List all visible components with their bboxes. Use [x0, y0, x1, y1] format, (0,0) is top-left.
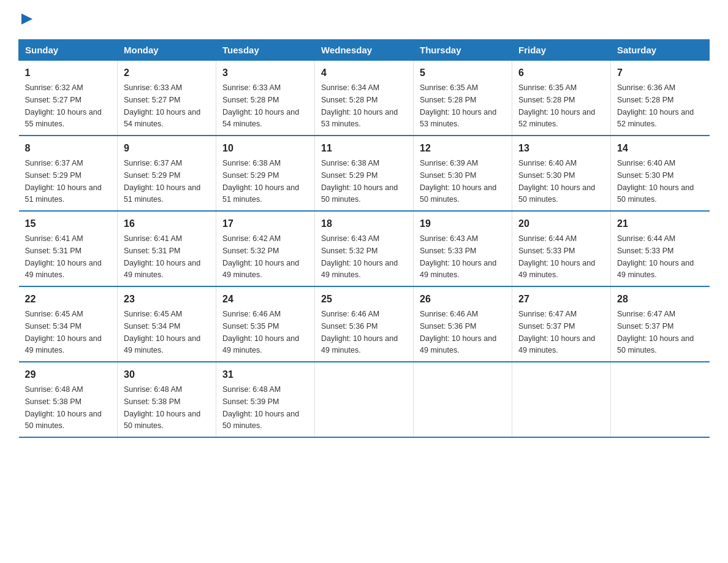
calendar-cell: 31Sunrise: 6:48 AMSunset: 5:39 PMDayligh…	[216, 362, 315, 437]
day-daylight: Daylight: 10 hours and 49 minutes.	[518, 259, 595, 280]
day-sunrise: Sunrise: 6:47 AM	[518, 310, 577, 318]
day-sunset: Sunset: 5:36 PM	[321, 322, 377, 331]
calendar-cell: 2Sunrise: 6:33 AMSunset: 5:27 PMDaylight…	[118, 61, 216, 136]
day-daylight: Daylight: 10 hours and 51 minutes.	[25, 183, 102, 204]
day-daylight: Daylight: 10 hours and 50 minutes.	[420, 183, 496, 204]
header-thursday: Thursday	[414, 40, 512, 61]
day-number: 10	[222, 141, 308, 156]
day-sunset: Sunset: 5:27 PM	[25, 96, 82, 104]
day-sunrise: Sunrise: 6:43 AM	[420, 234, 478, 243]
day-sunset: Sunset: 5:28 PM	[222, 96, 279, 104]
day-sunset: Sunset: 5:37 PM	[617, 322, 673, 331]
calendar-cell: 29Sunrise: 6:48 AMSunset: 5:38 PMDayligh…	[19, 362, 118, 437]
day-sunrise: Sunrise: 6:47 AM	[617, 310, 675, 318]
day-daylight: Daylight: 10 hours and 52 minutes.	[518, 108, 595, 129]
day-sunset: Sunset: 5:38 PM	[25, 397, 82, 406]
day-daylight: Daylight: 10 hours and 49 minutes.	[420, 334, 496, 355]
calendar-cell: 27Sunrise: 6:47 AMSunset: 5:37 PMDayligh…	[512, 286, 611, 362]
day-daylight: Daylight: 10 hours and 50 minutes.	[222, 410, 299, 431]
day-sunrise: Sunrise: 6:37 AM	[25, 159, 83, 167]
svg-marker-0	[21, 13, 32, 25]
calendar-week-row: 1Sunrise: 6:32 AMSunset: 5:27 PMDaylight…	[19, 61, 710, 136]
day-daylight: Daylight: 10 hours and 53 minutes.	[321, 108, 398, 129]
calendar-cell: 5Sunrise: 6:35 AMSunset: 5:28 PMDaylight…	[414, 61, 512, 136]
calendar-cell: 26Sunrise: 6:46 AMSunset: 5:36 PMDayligh…	[414, 286, 512, 362]
day-sunrise: Sunrise: 6:46 AM	[420, 310, 478, 318]
day-daylight: Daylight: 10 hours and 55 minutes.	[25, 108, 102, 129]
day-sunrise: Sunrise: 6:41 AM	[124, 234, 182, 243]
day-sunrise: Sunrise: 6:36 AM	[617, 83, 675, 92]
day-sunrise: Sunrise: 6:45 AM	[124, 310, 182, 318]
day-daylight: Daylight: 10 hours and 50 minutes.	[617, 183, 694, 204]
calendar-cell: 11Sunrise: 6:38 AMSunset: 5:29 PMDayligh…	[315, 136, 414, 211]
day-daylight: Daylight: 10 hours and 49 minutes.	[321, 259, 398, 280]
day-number: 30	[124, 367, 210, 382]
calendar-cell: 19Sunrise: 6:43 AMSunset: 5:33 PMDayligh…	[414, 211, 512, 286]
calendar-cell: 30Sunrise: 6:48 AMSunset: 5:38 PMDayligh…	[118, 362, 216, 437]
calendar-cell: 10Sunrise: 6:38 AMSunset: 5:29 PMDayligh…	[216, 136, 315, 211]
day-sunset: Sunset: 5:33 PM	[420, 247, 476, 255]
day-sunrise: Sunrise: 6:46 AM	[222, 310, 281, 318]
logo-arrow-icon	[20, 12, 34, 26]
day-daylight: Daylight: 10 hours and 49 minutes.	[222, 334, 299, 355]
day-daylight: Daylight: 10 hours and 49 minutes.	[420, 259, 496, 280]
calendar-cell	[512, 362, 611, 437]
day-sunrise: Sunrise: 6:42 AM	[222, 234, 281, 243]
day-number: 14	[617, 141, 703, 156]
day-sunset: Sunset: 5:34 PM	[124, 322, 180, 331]
day-sunset: Sunset: 5:36 PM	[420, 322, 476, 331]
calendar-cell: 9Sunrise: 6:37 AMSunset: 5:29 PMDaylight…	[118, 136, 216, 211]
day-daylight: Daylight: 10 hours and 49 minutes.	[321, 334, 398, 355]
day-sunrise: Sunrise: 6:41 AM	[25, 234, 83, 243]
calendar-cell	[611, 362, 710, 437]
day-daylight: Daylight: 10 hours and 54 minutes.	[222, 108, 299, 129]
logo	[18, 12, 34, 28]
day-number: 21	[617, 216, 703, 231]
day-number: 3	[222, 66, 308, 80]
day-daylight: Daylight: 10 hours and 50 minutes.	[518, 183, 595, 204]
calendar-week-row: 22Sunrise: 6:45 AMSunset: 5:34 PMDayligh…	[19, 286, 710, 362]
day-number: 15	[25, 216, 112, 231]
day-sunset: Sunset: 5:29 PM	[124, 171, 180, 180]
day-sunset: Sunset: 5:33 PM	[518, 247, 575, 255]
day-sunrise: Sunrise: 6:35 AM	[518, 83, 577, 92]
day-number: 5	[420, 66, 506, 80]
calendar-cell: 21Sunrise: 6:44 AMSunset: 5:33 PMDayligh…	[611, 211, 710, 286]
day-sunrise: Sunrise: 6:48 AM	[222, 385, 281, 394]
day-number: 24	[222, 292, 308, 307]
day-number: 20	[518, 216, 604, 231]
calendar-cell: 16Sunrise: 6:41 AMSunset: 5:31 PMDayligh…	[118, 211, 216, 286]
calendar-cell: 20Sunrise: 6:44 AMSunset: 5:33 PMDayligh…	[512, 211, 611, 286]
day-number: 17	[222, 216, 308, 231]
day-number: 18	[321, 216, 407, 231]
day-sunrise: Sunrise: 6:34 AM	[321, 83, 379, 92]
calendar-cell: 15Sunrise: 6:41 AMSunset: 5:31 PMDayligh…	[19, 211, 118, 286]
day-number: 23	[124, 292, 210, 307]
day-sunset: Sunset: 5:28 PM	[518, 96, 575, 104]
day-number: 31	[222, 367, 308, 382]
day-daylight: Daylight: 10 hours and 49 minutes.	[25, 334, 102, 355]
day-number: 27	[518, 292, 604, 307]
calendar-cell: 17Sunrise: 6:42 AMSunset: 5:32 PMDayligh…	[216, 211, 315, 286]
day-daylight: Daylight: 10 hours and 52 minutes.	[617, 108, 694, 129]
day-sunrise: Sunrise: 6:39 AM	[420, 159, 478, 167]
day-sunset: Sunset: 5:32 PM	[222, 247, 279, 255]
day-number: 25	[321, 292, 407, 307]
header-tuesday: Tuesday	[216, 40, 315, 61]
day-sunset: Sunset: 5:30 PM	[617, 171, 673, 180]
day-number: 1	[25, 66, 112, 80]
header-sunday: Sunday	[19, 40, 118, 61]
day-daylight: Daylight: 10 hours and 53 minutes.	[420, 108, 496, 129]
day-sunrise: Sunrise: 6:33 AM	[222, 83, 281, 92]
day-number: 22	[25, 292, 112, 307]
day-sunrise: Sunrise: 6:37 AM	[124, 159, 182, 167]
day-sunset: Sunset: 5:29 PM	[222, 171, 279, 180]
calendar-week-row: 15Sunrise: 6:41 AMSunset: 5:31 PMDayligh…	[19, 211, 710, 286]
day-sunrise: Sunrise: 6:40 AM	[518, 159, 577, 167]
day-sunset: Sunset: 5:29 PM	[25, 171, 82, 180]
day-number: 9	[124, 141, 210, 156]
calendar-cell: 18Sunrise: 6:43 AMSunset: 5:32 PMDayligh…	[315, 211, 414, 286]
day-sunrise: Sunrise: 6:44 AM	[617, 234, 675, 243]
day-daylight: Daylight: 10 hours and 49 minutes.	[124, 334, 200, 355]
day-sunrise: Sunrise: 6:46 AM	[321, 310, 379, 318]
